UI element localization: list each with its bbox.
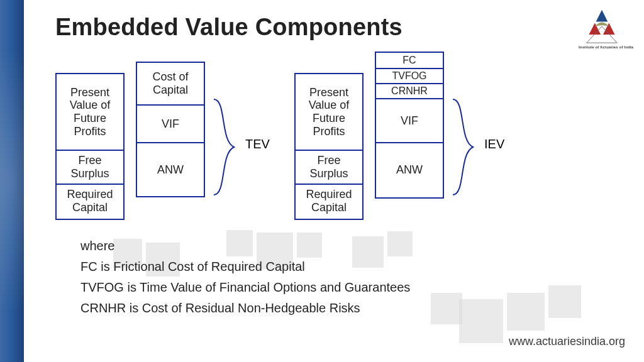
legend-fc: FC is Frictional Cost of Required Capita…: [80, 257, 596, 277]
cell-free-surplus-tev: Free Surplus: [57, 150, 123, 184]
left-accent-bar: [0, 0, 24, 362]
cell-crnhr: CRNHR: [376, 83, 443, 98]
cell-vif-tev: VIF: [137, 104, 204, 142]
cell-required-capital-tev: Required Capital: [57, 184, 123, 217]
legend-tvfog: TVFOG is Time Value of Financial Options…: [80, 278, 596, 297]
legend-where: where: [80, 236, 596, 256]
label-tev: TEV: [245, 137, 270, 151]
slide-title: Embedded Value Components: [55, 14, 402, 41]
cell-vif-iev: VIF: [376, 98, 443, 142]
cell-anw-tev: ANW: [137, 142, 204, 196]
col-pv-iev: Present Value of Future Profits Free Sur…: [294, 73, 364, 220]
col-tev-components: Cost of Capital VIF ANW: [136, 62, 205, 197]
logo-caption: Institute of Actuaries of India: [579, 45, 625, 49]
brace-iev: [450, 97, 478, 197]
brace-tev: [211, 97, 239, 197]
triangle-logo-icon: [584, 9, 619, 44]
cell-required-capital-iev: Required Capital: [296, 184, 362, 217]
diagram-area: Present Value of Future Profits Free Sur…: [55, 62, 609, 225]
cell-pvfp-iev: Present Value of Future Profits: [296, 74, 362, 150]
col-pv-tev: Present Value of Future Profits Free Sur…: [55, 73, 125, 220]
slide: Embedded Value Components Institute of A…: [0, 0, 644, 362]
label-iev: IEV: [484, 137, 504, 151]
cell-cost-of-capital: Cost of Capital: [137, 63, 204, 104]
cell-tvfog: TVFOG: [376, 68, 443, 83]
footer-url: www.actuariesindia.org: [509, 335, 625, 348]
org-logo: Institute of Actuaries of India: [579, 9, 625, 49]
legend-crnhr: CRNHR is Cost of Residual Non-Hedgeable …: [80, 299, 596, 318]
cell-anw-iev: ANW: [376, 142, 443, 196]
legend-block: where FC is Frictional Cost of Required …: [80, 235, 596, 318]
cell-pvfp-tev: Present Value of Future Profits: [57, 74, 123, 150]
col-iev-components: FC TVFOG CRNHR VIF ANW: [375, 52, 444, 199]
svg-marker-0: [596, 10, 608, 22]
cell-free-surplus-iev: Free Surplus: [296, 150, 362, 184]
cell-fc: FC: [376, 53, 443, 68]
